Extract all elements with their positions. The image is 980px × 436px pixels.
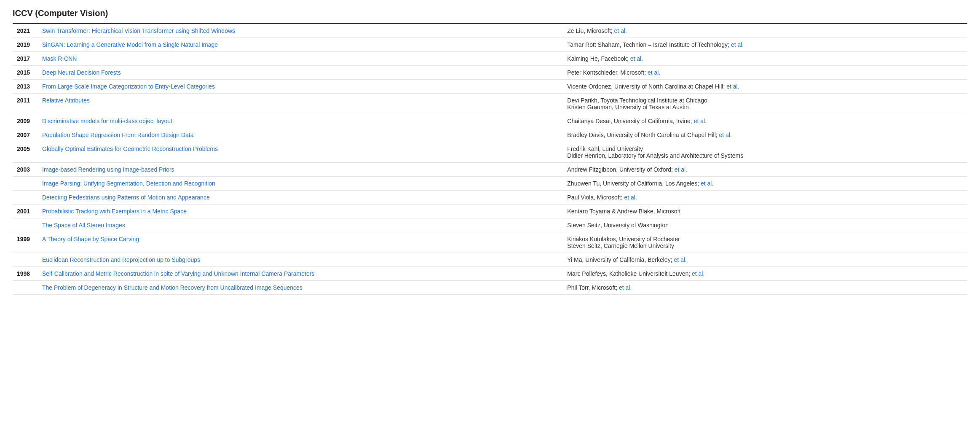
- paper-link[interactable]: The Problem of Degeneracy in Structure a…: [42, 284, 303, 291]
- et-al-link[interactable]: et al.: [630, 55, 643, 62]
- et-al-link[interactable]: et al.: [675, 166, 687, 173]
- authors-cell: Peter Kontschieder, Microsoft; et al.: [563, 66, 967, 80]
- paper-link[interactable]: Probabilistic Tracking with Exemplars in…: [42, 208, 187, 215]
- table-row: 1998Self-Calibration and Metric Reconstr…: [13, 267, 967, 281]
- paper-link[interactable]: Swin Transformer: Hierarchical Vision Tr…: [42, 27, 235, 34]
- year-cell: 2009: [13, 114, 38, 128]
- paper-link[interactable]: Detecting Pedestrians using Patterns of …: [42, 194, 210, 201]
- title-cell[interactable]: A Theory of Shape by Space Carving: [38, 232, 563, 253]
- paper-link[interactable]: Relative Attributes: [42, 97, 90, 104]
- table-row: 2019SinGAN: Learning a Generative Model …: [13, 38, 967, 52]
- et-al-link[interactable]: et al.: [624, 194, 637, 201]
- title-cell[interactable]: Self-Calibration and Metric Reconstructi…: [38, 267, 563, 281]
- author-line: Phil Torr, Microsoft; et al.: [567, 284, 963, 291]
- author-line: Kristen Grauman, University of Texas at …: [567, 104, 963, 110]
- authors-cell: Steven Seitz, University of Washington: [563, 218, 967, 232]
- author-line: Steven Seitz, Carnegie Mellon University: [567, 242, 963, 249]
- title-cell[interactable]: From Large Scale Image Categorization to…: [38, 80, 563, 94]
- et-al-link[interactable]: et al.: [726, 83, 739, 90]
- title-cell[interactable]: The Space of All Stereo Images: [38, 218, 563, 232]
- table-row: 1999A Theory of Shape by Space CarvingKi…: [13, 232, 967, 253]
- title-cell[interactable]: Image-based Rendering using Image-based …: [38, 163, 563, 177]
- et-al-link[interactable]: et al.: [614, 27, 627, 34]
- year-cell: [13, 281, 38, 295]
- authors-cell: Kentaro Toyama & Andrew Blake, Microsoft: [563, 205, 967, 218]
- author-line: Marc Pollefeys, Katholieke Universiteit …: [567, 270, 963, 277]
- table-row: The Space of All Stereo ImagesSteven Sei…: [13, 218, 967, 232]
- title-cell[interactable]: Probabilistic Tracking with Exemplars in…: [38, 205, 563, 218]
- author-line: Didier Henrion, Laboratory for Analysis …: [567, 152, 963, 159]
- year-cell: 2013: [13, 80, 38, 94]
- authors-cell: Zhuowen Tu, University of California, Lo…: [563, 177, 967, 191]
- paper-link[interactable]: A Theory of Shape by Space Carving: [42, 236, 139, 242]
- et-al-link[interactable]: et al.: [719, 132, 732, 138]
- et-al-link[interactable]: et al.: [731, 41, 744, 48]
- author-line: Kentaro Toyama & Andrew Blake, Microsoft: [567, 208, 963, 215]
- paper-link[interactable]: Population Shape Regression From Random …: [42, 132, 194, 138]
- table-row: 2007Population Shape Regression From Ran…: [13, 128, 967, 142]
- author-line: Chaitanya Desai, University of Californi…: [567, 118, 963, 124]
- et-al-link[interactable]: et al.: [692, 270, 704, 277]
- et-al-link[interactable]: et al.: [648, 69, 660, 76]
- et-al-link[interactable]: et al.: [694, 118, 707, 124]
- author-line: Steven Seitz, University of Washington: [567, 222, 963, 229]
- table-row: 2009Discriminative models for multi-clas…: [13, 114, 967, 128]
- table-row: 2021Swin Transformer: Hierarchical Visio…: [13, 24, 967, 38]
- et-al-link[interactable]: et al.: [701, 180, 713, 187]
- title-cell[interactable]: The Problem of Degeneracy in Structure a…: [38, 281, 563, 295]
- author-line: Paul Viola, Microsoft; et al.: [567, 194, 963, 201]
- title-cell[interactable]: Mask R-CNN: [38, 52, 563, 66]
- authors-cell: Devi Parikh, Toyota Technological Instit…: [563, 94, 967, 114]
- paper-link[interactable]: Self-Calibration and Metric Reconstructi…: [42, 270, 314, 277]
- title-cell[interactable]: Swin Transformer: Hierarchical Vision Tr…: [38, 24, 563, 38]
- authors-cell: Chaitanya Desai, University of Californi…: [563, 114, 967, 128]
- title-cell[interactable]: Euclidean Reconstruction and Reprojectio…: [38, 253, 563, 267]
- author-line: Fredrik Kahl, Lund University: [567, 145, 963, 152]
- title-cell[interactable]: SinGAN: Learning a Generative Model from…: [38, 38, 563, 52]
- paper-link[interactable]: Mask R-CNN: [42, 55, 77, 62]
- author-line: Vicente Ordonez, University of North Car…: [567, 83, 963, 90]
- paper-link[interactable]: Discriminative models for multi-class ob…: [42, 118, 172, 124]
- year-cell: 2017: [13, 52, 38, 66]
- paper-link[interactable]: The Space of All Stereo Images: [42, 222, 125, 229]
- et-al-link[interactable]: et al.: [674, 256, 686, 263]
- year-cell: [13, 218, 38, 232]
- title-cell[interactable]: Deep Neural Decision Forests: [38, 66, 563, 80]
- authors-cell: Andrew Fitzgibbon, University of Oxford;…: [563, 163, 967, 177]
- authors-cell: Yi Ma, University of California, Berkele…: [563, 253, 967, 267]
- year-cell: 2003: [13, 163, 38, 177]
- authors-cell: Bradley Davis, University of North Carol…: [563, 128, 967, 142]
- year-cell: 2007: [13, 128, 38, 142]
- table-row: 2013From Large Scale Image Categorizatio…: [13, 80, 967, 94]
- title-cell[interactable]: Detecting Pedestrians using Patterns of …: [38, 191, 563, 205]
- author-line: Yi Ma, University of California, Berkele…: [567, 256, 963, 263]
- year-cell: [13, 253, 38, 267]
- author-line: Zhuowen Tu, University of California, Lo…: [567, 180, 963, 187]
- table-row: Euclidean Reconstruction and Reprojectio…: [13, 253, 967, 267]
- title-cell[interactable]: Discriminative models for multi-class ob…: [38, 114, 563, 128]
- year-cell: 2019: [13, 38, 38, 52]
- page-title: ICCV (Computer Vision): [13, 8, 967, 18]
- paper-link[interactable]: Deep Neural Decision Forests: [42, 69, 121, 76]
- title-cell[interactable]: Relative Attributes: [38, 94, 563, 114]
- paper-link[interactable]: Image-based Rendering using Image-based …: [42, 166, 174, 173]
- author-line: Peter Kontschieder, Microsoft; et al.: [567, 69, 963, 76]
- authors-cell: Marc Pollefeys, Katholieke Universiteit …: [563, 267, 967, 281]
- title-cell[interactable]: Population Shape Regression From Random …: [38, 128, 563, 142]
- et-al-link[interactable]: et al.: [619, 284, 632, 291]
- year-cell: 2015: [13, 66, 38, 80]
- paper-link[interactable]: From Large Scale Image Categorization to…: [42, 83, 215, 90]
- paper-link[interactable]: Euclidean Reconstruction and Reprojectio…: [42, 256, 200, 263]
- title-cell[interactable]: Image Parsing: Unifying Segmentation, De…: [38, 177, 563, 191]
- awards-table: 2021Swin Transformer: Hierarchical Visio…: [13, 23, 967, 295]
- table-row: 2011Relative AttributesDevi Parikh, Toyo…: [13, 94, 967, 114]
- author-line: Tamar Rott Shaham, Technion – Israel Ins…: [567, 41, 963, 48]
- authors-cell: Kiriakos Kutulakos, University of Roches…: [563, 232, 967, 253]
- paper-link[interactable]: Image Parsing: Unifying Segmentation, De…: [42, 180, 215, 187]
- paper-link[interactable]: Globally Optimal Estimates for Geometric…: [42, 145, 218, 152]
- table-row: 2005Globally Optimal Estimates for Geome…: [13, 142, 967, 163]
- authors-cell: Phil Torr, Microsoft; et al.: [563, 281, 967, 295]
- year-cell: [13, 191, 38, 205]
- paper-link[interactable]: SinGAN: Learning a Generative Model from…: [42, 41, 218, 48]
- title-cell[interactable]: Globally Optimal Estimates for Geometric…: [38, 142, 563, 163]
